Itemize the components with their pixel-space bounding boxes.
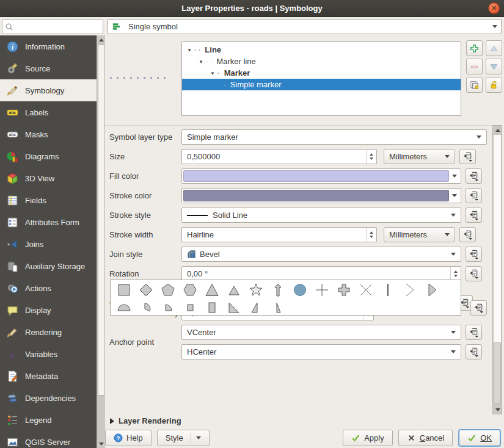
data-defined-override-button[interactable] [466, 168, 482, 184]
search-box[interactable] [2, 19, 103, 34]
shape-left-half-triangle[interactable] [267, 298, 289, 316]
tree-item-simple-marker[interactable]: · Simple marker [182, 79, 461, 90]
sidebar-item-diagrams[interactable]: Diagrams [0, 145, 97, 167]
sidebar-item-fields[interactable]: Fields [0, 189, 97, 211]
shape-diagonal-half-square[interactable] [223, 298, 245, 316]
symbol-layer-tree[interactable]: ▾ ·· Line ▾ ·· Marker line ▾ · Marker · … [181, 42, 461, 116]
shape-filled-arrowhead[interactable] [421, 281, 443, 298]
layer-rendering-section[interactable]: Layer Rendering [110, 416, 181, 425]
tree-item-marker-line[interactable]: ▾ ·· Marker line [182, 56, 461, 67]
apply-button[interactable]: Apply [343, 430, 393, 446]
data-defined-override-button[interactable] [466, 247, 482, 262]
scroll-down-icon[interactable] [494, 405, 502, 414]
sidebar-item-auxiliary-storage[interactable]: Auxiliary Storage [0, 255, 97, 277]
sidebar-item-symbology[interactable]: Symbology [0, 79, 97, 101]
stroke-style-select[interactable]: Solid Line [181, 208, 461, 223]
sidebar-item-qgis-server[interactable]: QGIS Server [0, 431, 97, 448]
stroke-width-unit-select[interactable]: Millimeters [384, 227, 455, 242]
sidebar-item-actions[interactable]: Actions [0, 277, 97, 299]
expander-icon[interactable]: ▾ [197, 59, 205, 65]
data-defined-override-button[interactable] [466, 208, 482, 223]
chevron-down-icon[interactable] [449, 170, 459, 182]
add-symbol-layer-button[interactable] [466, 40, 483, 56]
data-defined-override-button[interactable] [466, 325, 482, 340]
sidebar-item-legend[interactable]: Legend [0, 409, 97, 431]
symbol-layer-type-select[interactable]: Simple marker [181, 129, 487, 145]
form-scrollbar[interactable] [492, 125, 502, 414]
scroll-up-icon[interactable] [494, 126, 502, 134]
sidebar-item-source[interactable]: Source [0, 57, 97, 79]
scroll-up-icon[interactable] [97, 35, 106, 44]
anchor-horizontal-select[interactable]: HCenter [181, 344, 461, 359]
scroll-down-icon[interactable] [97, 439, 106, 448]
sidebar-item-attributes-form[interactable]: Attributes Form [0, 211, 97, 233]
spinner-buttons[interactable] [450, 267, 461, 281]
remove-symbol-layer-button[interactable] [466, 59, 483, 74]
lock-button[interactable] [486, 77, 502, 93]
tree-item-marker[interactable]: ▾ · Marker [182, 67, 461, 79]
size-spinbox[interactable]: 0,500000 [181, 149, 377, 164]
move-down-button[interactable] [486, 59, 502, 74]
join-style-select[interactable]: Bevel [181, 247, 461, 262]
ok-button[interactable]: OK [459, 430, 500, 446]
shape-star[interactable] [245, 281, 267, 298]
shape-right-half-triangle[interactable] [245, 298, 267, 316]
sidebar-item-rendering[interactable]: Rendering [0, 321, 97, 343]
shape-equilateral-triangle[interactable] [223, 281, 245, 298]
size-unit-select[interactable]: Millimeters [384, 149, 455, 164]
expander-icon[interactable]: ▾ [209, 70, 216, 76]
shape-circle[interactable] [289, 281, 311, 298]
data-defined-override-button[interactable] [459, 227, 476, 242]
shape-half-square[interactable] [201, 298, 223, 316]
shape-quarter-circle[interactable] [157, 298, 179, 316]
shape-cross[interactable] [311, 281, 333, 298]
shape-square[interactable] [113, 281, 135, 298]
tree-item-line[interactable]: ▾ ·· Line [182, 44, 461, 56]
collapsed-arrow-icon[interactable] [110, 418, 114, 424]
shape-pentagon[interactable] [157, 281, 179, 298]
sidebar-item-information[interactable]: i Information [0, 35, 97, 57]
duplicate-symbol-layer-button[interactable] [466, 77, 483, 93]
cancel-button[interactable]: Cancel [398, 430, 453, 446]
sidebar-item-masks[interactable]: abc Masks [0, 123, 97, 145]
data-defined-override-button[interactable] [470, 300, 487, 316]
data-defined-override-button[interactable] [466, 344, 482, 359]
sidebar-item-display[interactable]: Display [0, 299, 97, 321]
close-icon[interactable]: ✕ [488, 2, 500, 14]
data-defined-override-button[interactable] [459, 149, 476, 164]
sidebar-item-3d-view[interactable]: 3D View [0, 167, 97, 189]
data-defined-override-button[interactable] [466, 188, 482, 203]
shape-cross2[interactable] [355, 281, 377, 298]
stroke-color-button[interactable] [181, 188, 461, 203]
data-defined-override-button[interactable] [466, 266, 482, 281]
shape-arrow[interactable] [267, 281, 289, 298]
sidebar-item-metadata[interactable]: Metadata [0, 365, 97, 387]
marker-shape-gallery[interactable] [110, 280, 461, 316]
renderer-type-select[interactable]: Single symbol [108, 19, 502, 34]
shape-quarter-square[interactable] [179, 298, 201, 316]
spinner-buttons[interactable] [366, 150, 376, 164]
shape-triangle[interactable] [201, 281, 223, 298]
chevron-down-icon[interactable] [449, 190, 459, 201]
move-up-button[interactable] [486, 40, 502, 56]
anchor-vertical-select[interactable]: VCenter [181, 325, 461, 340]
shape-cross-fill[interactable] [333, 281, 355, 298]
shape-diamond[interactable] [135, 281, 157, 298]
sidebar-item-labels[interactable]: abc Labels [0, 101, 97, 123]
shape-semi-circle[interactable] [113, 298, 135, 316]
shape-arrowhead[interactable] [399, 281, 421, 298]
shape-line[interactable] [377, 281, 399, 298]
spinner-buttons[interactable] [366, 228, 376, 242]
sidebar-item-dependencies[interactable]: Dependencies [0, 387, 97, 409]
sidebar-item-variables[interactable]: ε Variables [0, 343, 97, 365]
sidebar-scrollbar[interactable] [97, 35, 105, 448]
help-button[interactable]: ? Help [105, 430, 152, 446]
expander-icon[interactable]: ▾ [186, 47, 193, 53]
shape-hexagon[interactable] [179, 281, 201, 298]
stroke-width-spinbox[interactable]: Hairline [181, 227, 377, 242]
scrollbar-thumb[interactable] [494, 342, 501, 403]
search-input[interactable] [13, 21, 103, 33]
style-button[interactable]: Style [157, 430, 210, 446]
shape-third-circle[interactable] [135, 298, 157, 316]
sidebar-item-joins[interactable]: Joins [0, 233, 97, 255]
